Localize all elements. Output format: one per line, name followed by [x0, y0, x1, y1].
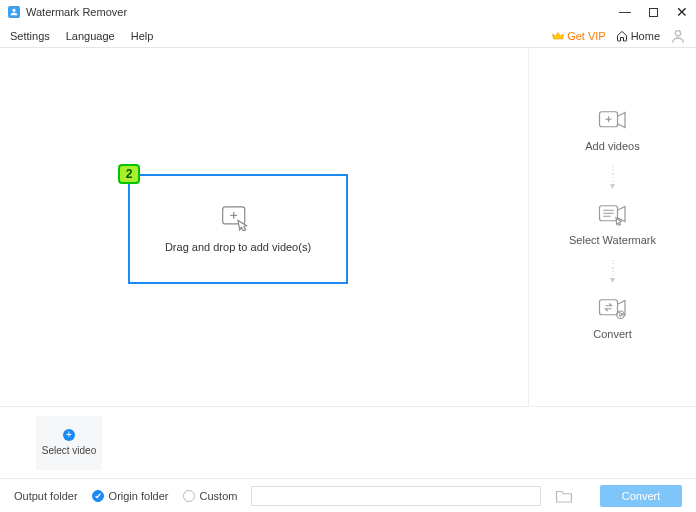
- svg-point-0: [675, 30, 680, 35]
- origin-folder-label: Origin folder: [109, 490, 169, 502]
- home-icon: [616, 30, 628, 42]
- custom-label: Custom: [200, 490, 238, 502]
- minimize-button[interactable]: —: [619, 6, 631, 18]
- select-watermark-icon: [598, 202, 628, 226]
- close-button[interactable]: ✕: [676, 5, 688, 19]
- window-title: Watermark Remover: [26, 6, 127, 18]
- output-path-input[interactable]: [251, 486, 541, 506]
- thumbnail-bar: + Select video: [0, 406, 696, 478]
- select-video-tile[interactable]: + Select video: [36, 416, 102, 470]
- app-logo-icon: [8, 6, 20, 18]
- get-vip-button[interactable]: Get VIP: [552, 30, 606, 42]
- menu-language[interactable]: Language: [66, 30, 115, 42]
- stage: 2 Drag and drop to add video(s): [0, 48, 528, 406]
- workspace: 2 Drag and drop to add video(s) Add vide…: [0, 48, 696, 406]
- menu-settings[interactable]: Settings: [10, 30, 50, 42]
- get-vip-label: Get VIP: [567, 30, 606, 42]
- add-videos-icon: [598, 108, 628, 132]
- step-select-label: Select Watermark: [569, 234, 656, 246]
- steps-panel: Add videos ⋮⋮▾ Select Watermark ⋮⋮▾ Conv…: [528, 48, 696, 406]
- user-avatar-icon[interactable]: [670, 28, 686, 44]
- output-folder-label: Output folder: [14, 490, 78, 502]
- step-badge: 2: [118, 164, 140, 184]
- convert-icon: [598, 296, 628, 320]
- svg-rect-8: [599, 300, 617, 315]
- menu-bar: Settings Language Help Get VIP Home: [0, 24, 696, 48]
- convert-button-label: Convert: [622, 490, 661, 502]
- select-video-label: Select video: [42, 445, 96, 456]
- maximize-button[interactable]: [649, 8, 658, 17]
- add-video-cursor-icon: [221, 205, 255, 231]
- menu-help[interactable]: Help: [131, 30, 154, 42]
- arrow-down-icon: ⋮⋮▾: [608, 166, 618, 190]
- step-convert-label: Convert: [593, 328, 632, 340]
- title-bar: Watermark Remover — ✕: [0, 0, 696, 24]
- dropzone-text: Drag and drop to add video(s): [165, 241, 311, 253]
- radio-checked-icon: [92, 490, 104, 502]
- crown-icon: [552, 30, 564, 42]
- arrow-down-icon: ⋮⋮▾: [608, 260, 618, 284]
- plus-circle-icon: +: [63, 429, 75, 441]
- step-add-label: Add videos: [585, 140, 639, 152]
- home-button[interactable]: Home: [616, 30, 660, 42]
- convert-button[interactable]: Convert: [600, 485, 682, 507]
- custom-folder-radio[interactable]: Custom: [183, 490, 238, 502]
- output-bar: Output folder Origin folder Custom Conve…: [0, 478, 696, 512]
- video-dropzone[interactable]: 2 Drag and drop to add video(s): [128, 174, 348, 284]
- radio-unchecked-icon: [183, 490, 195, 502]
- home-label: Home: [631, 30, 660, 42]
- browse-folder-icon[interactable]: [555, 488, 573, 504]
- origin-folder-radio[interactable]: Origin folder: [92, 490, 169, 502]
